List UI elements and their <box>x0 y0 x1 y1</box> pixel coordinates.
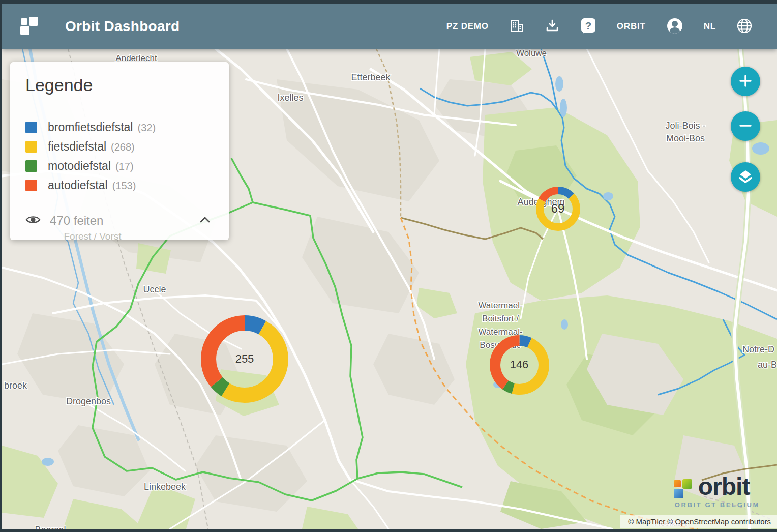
account-icon <box>666 17 683 36</box>
legend-collapse-button[interactable] <box>196 213 214 228</box>
legend-item-label: motodiefstal <box>48 159 111 173</box>
orbit-logo-subtext: ORBIT GT BELGIUM <box>675 501 760 509</box>
fact-count: 470 feiten <box>50 214 103 228</box>
map-label: Watermael- <box>478 301 522 310</box>
minus-icon <box>738 118 753 135</box>
map-label: Uccle <box>143 284 166 294</box>
map-label: Drogenbos <box>66 396 111 406</box>
donut-chart-watermael-boitsfort[interactable]: 146 <box>490 335 549 395</box>
map-label: au-B <box>758 360 777 370</box>
zoom-out-button[interactable] <box>731 111 760 141</box>
eye-icon <box>25 214 41 227</box>
layers-button[interactable] <box>731 162 760 192</box>
zoom-in-button[interactable] <box>731 67 760 96</box>
map-label: Ixelles <box>277 93 303 103</box>
legend-swatch-icon <box>25 180 37 191</box>
legend-item[interactable]: motodiefstal(17) <box>25 159 214 173</box>
legend-item-count: (32) <box>137 121 156 134</box>
legend-item[interactable]: fietsdiefstal(268) <box>25 140 214 154</box>
orbit-dashboard-app: Orbit Dashboard PZ DEMO <box>2 4 777 529</box>
map-label: Woluwe <box>516 49 547 58</box>
chevron-up-icon <box>198 218 212 226</box>
legend-items: bromfietsdiefstal(32)fietsdiefstal(268)m… <box>25 121 214 192</box>
help-icon: ? <box>580 17 596 36</box>
orbit-squares-icon <box>674 479 692 497</box>
legend-item[interactable]: autodiefstal(153) <box>25 179 214 192</box>
map-label: Etterbeek <box>351 72 391 82</box>
globe-icon <box>736 18 753 36</box>
donut-total-label: 146 <box>490 335 549 395</box>
app-header: Orbit Dashboard PZ DEMO <box>2 4 777 49</box>
orbit-gt-logo: orbit ORBIT GT BELGIUM <box>674 477 760 509</box>
legend-item-label: fietsdiefstal <box>48 140 106 154</box>
donut-total-label: 69 <box>536 187 580 231</box>
help-button[interactable]: ? <box>580 17 596 36</box>
legend-item[interactable]: bromfietsdiefstal(32) <box>25 121 214 134</box>
map-label: Linkebeek <box>144 482 186 492</box>
legend-swatch-icon <box>25 141 37 153</box>
legend-item-count: (153) <box>112 179 136 192</box>
page-title: Orbit Dashboard <box>65 18 180 35</box>
map-label: Mooi-Bos <box>666 133 705 143</box>
organisation-button[interactable] <box>509 18 524 35</box>
app-window: Orbit Dashboard PZ DEMO <box>0 0 777 532</box>
account-button[interactable] <box>666 17 683 36</box>
language-globe-button[interactable] <box>736 18 753 36</box>
map-attribution: © MapTiler © OpenStreetMap contributors <box>620 515 777 528</box>
donut-chart-uccle[interactable]: 255 <box>201 315 288 403</box>
download-icon <box>545 18 560 35</box>
donut-total-label: 255 <box>201 315 288 403</box>
donut-chart-auderghem[interactable]: 69 <box>536 187 580 231</box>
police-zone-label: PZ DEMO <box>446 21 489 32</box>
download-button[interactable] <box>545 18 560 35</box>
map-label: Boitsfort / <box>482 314 519 323</box>
map-label: broek <box>4 380 27 391</box>
legend-item-count: (268) <box>111 140 135 153</box>
legend-panel: Legende bromfietsdiefstal(32)fietsdiefst… <box>10 62 229 240</box>
language-label: NL <box>704 21 716 32</box>
map-label: Notre-D <box>742 344 774 354</box>
legend-swatch-icon <box>25 122 37 133</box>
org-label: ORBIT <box>617 21 646 32</box>
orbit-logo-text: orbit <box>698 477 750 496</box>
plus-icon <box>738 73 753 90</box>
map-label: Joli-Bois - <box>665 121 705 131</box>
legend-title: Legende <box>25 75 214 95</box>
legend-swatch-icon <box>25 160 37 172</box>
legend-item-label: bromfietsdiefstal <box>48 121 133 134</box>
legend-item-label: autodiefstal <box>48 179 108 192</box>
legend-footer: 470 feiten <box>25 213 214 228</box>
map-canvas[interactable]: AnderlechtWoluweEtterbeekIxellesJoli-Boi… <box>2 49 777 529</box>
layers-icon <box>737 168 754 187</box>
legend-item-count: (17) <box>115 160 134 172</box>
building-icon <box>509 18 524 35</box>
map-label: Beersel <box>35 525 66 529</box>
header-toolbar: PZ DEMO <box>446 17 753 36</box>
orbit-grid-logo-icon[interactable] <box>20 17 40 36</box>
svg-text:?: ? <box>585 20 591 32</box>
